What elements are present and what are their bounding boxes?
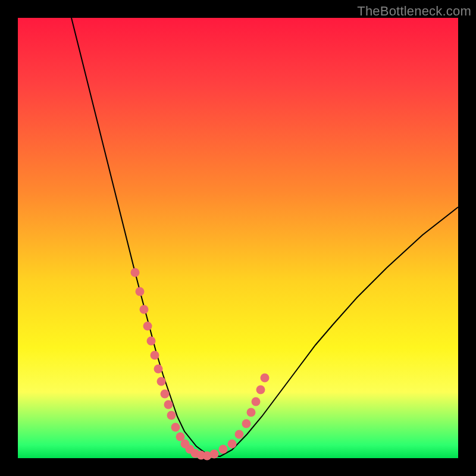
- dot: [235, 430, 244, 439]
- dot: [161, 390, 170, 399]
- dot: [147, 337, 156, 346]
- dot-cluster: [131, 268, 270, 461]
- dot: [210, 450, 219, 459]
- dot: [219, 445, 228, 454]
- dot: [131, 268, 140, 277]
- chart-svg: [18, 18, 458, 458]
- chart-frame: TheBottleneck.com: [0, 0, 476, 476]
- dot: [261, 374, 270, 383]
- dot: [252, 397, 261, 406]
- dot: [164, 400, 173, 409]
- plot-area: [18, 18, 458, 458]
- watermark-label: TheBottleneck.com: [357, 4, 471, 19]
- dot: [171, 423, 180, 432]
- dot: [228, 440, 237, 449]
- dot: [136, 287, 145, 296]
- dot: [140, 305, 149, 314]
- dot: [143, 322, 152, 331]
- dot: [154, 365, 163, 374]
- dot: [256, 386, 265, 394]
- dot: [167, 411, 176, 420]
- dot: [242, 419, 251, 428]
- dot: [151, 351, 159, 360]
- dot: [247, 408, 256, 417]
- dot: [157, 377, 166, 386]
